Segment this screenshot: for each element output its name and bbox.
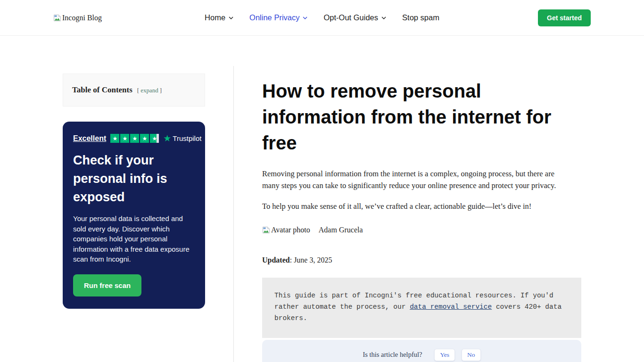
run-free-scan-button[interactable]: Run free scan	[73, 274, 141, 296]
top-navigation-bar: Incogni Blog Home Online Privacy Opt-Out…	[0, 0, 644, 36]
chevron-down-icon	[229, 16, 233, 20]
star-icon: ★	[120, 134, 129, 143]
trustpilot-rating-label[interactable]: Excellent	[73, 134, 106, 143]
logo-text: Incogni Blog	[62, 14, 102, 22]
page-title: How to remove personal information from …	[262, 78, 581, 156]
feedback-no-button[interactable]: No	[462, 349, 481, 361]
article-feedback-bar: Is this article helpful? Yes No	[262, 340, 581, 362]
chevron-down-icon	[303, 16, 307, 20]
nav-item-stop-spam[interactable]: Stop spam	[402, 13, 439, 22]
nav-stop-spam-label: Stop spam	[402, 13, 439, 22]
toc-bracket-close: ]	[160, 87, 162, 94]
chevron-down-icon	[381, 16, 386, 20]
star-icon: ★	[140, 134, 149, 143]
toc-title: Table of Contents	[72, 85, 132, 95]
avatar-alt-text: Avatar photo	[271, 226, 310, 234]
article-paragraph: Removing personal information from the i…	[262, 168, 569, 191]
article-paragraph: To help you make sense of it all, we’ve …	[262, 201, 569, 213]
feedback-yes-button[interactable]: Yes	[434, 349, 455, 361]
logo[interactable]: Incogni Blog	[53, 14, 102, 22]
sidebar: Table of Contents [expand] Excellent ★ ★…	[63, 66, 205, 309]
star-icon: ★	[130, 134, 139, 143]
article-main: How to remove personal information from …	[233, 66, 581, 362]
main-nav: Home Online Privacy Opt-Out Guides Stop …	[205, 0, 439, 35]
trustpilot-stars: ★ ★ ★ ★ ★	[110, 134, 159, 143]
page-body: Table of Contents [expand] Excellent ★ ★…	[0, 66, 644, 362]
nav-item-opt-out-guides[interactable]: Opt-Out Guides	[323, 13, 386, 22]
get-started-button[interactable]: Get started	[538, 9, 591, 26]
table-of-contents-box: Table of Contents [expand]	[63, 74, 205, 107]
promo-card: Excellent ★ ★ ★ ★ ★ ★ Trustpilot Check i…	[63, 122, 205, 309]
data-removal-service-link[interactable]: data removal service	[410, 303, 492, 311]
trustpilot-rating-row: Excellent ★ ★ ★ ★ ★ ★ Trustpilot	[73, 134, 195, 143]
author-byline: Avatar photo Adam Grucela	[262, 226, 581, 234]
trustpilot-logo: ★ Trustpilot	[163, 134, 201, 143]
updated-label: Updated	[262, 256, 290, 264]
promo-body-text: Your personal data is collected and sold…	[73, 214, 195, 264]
toc-expand-control: [expand]	[137, 87, 162, 94]
updated-value: : June 3, 2025	[290, 256, 332, 264]
nav-opt-out-guides-label: Opt-Out Guides	[323, 13, 378, 22]
broken-image-icon	[262, 226, 270, 234]
feedback-question: Is this article helpful?	[363, 351, 422, 359]
author-name[interactable]: Adam Grucela	[319, 226, 363, 234]
editorial-note-box: This guide is part of Incogni's free edu…	[262, 278, 581, 338]
nav-home-label: Home	[205, 13, 225, 22]
star-icon-partial: ★	[150, 134, 159, 143]
updated-date-line: Updated: June 3, 2025	[262, 256, 581, 264]
trustpilot-wordmark: Trustpilot	[173, 134, 201, 142]
nav-online-privacy-label: Online Privacy	[249, 13, 299, 22]
avatar: Avatar photo	[262, 226, 310, 234]
nav-item-home[interactable]: Home	[205, 13, 233, 22]
toc-expand-link[interactable]: expand	[139, 87, 160, 94]
nav-item-online-privacy[interactable]: Online Privacy	[249, 13, 307, 22]
trustpilot-star-icon: ★	[163, 134, 171, 143]
promo-heading: Check if your personal info is exposed	[73, 151, 195, 206]
star-icon: ★	[110, 134, 119, 143]
broken-image-icon	[53, 14, 61, 22]
